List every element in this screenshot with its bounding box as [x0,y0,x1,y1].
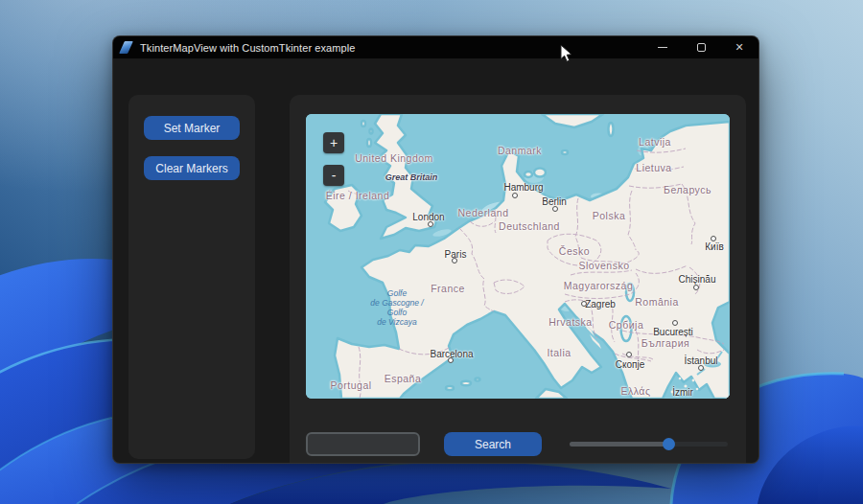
country-label: Portugal [330,379,371,391]
city-label: Hamburg [503,182,543,193]
city-label: Київ [705,241,724,252]
city-marker-icon [698,365,704,371]
city-label: Zagreb [585,299,616,309]
window-body: Set Marker Clear Markers [113,58,758,464]
country-label: United Kingdom [355,152,433,164]
close-button[interactable]: ✕ [720,36,758,58]
maximize-button[interactable] [682,36,720,58]
clear-markers-button[interactable]: Clear Markers [144,156,240,180]
city-marker-icon [552,206,558,212]
city-marker-icon [428,221,433,227]
zoom-slider[interactable] [570,432,728,456]
map-labels: United KingdomÉire / IrelandDanmarkNeder… [306,114,730,399]
city-marker-icon [626,352,632,357]
country-label: Hrvatska [548,316,592,328]
country-label: Ελλάς [621,385,651,397]
city-label: İstanbul [684,355,717,366]
sidebar: Set Marker Clear Markers [128,95,255,459]
city-marker-icon [693,285,699,290]
city-label: Скопје [616,359,644,370]
set-marker-button[interactable]: Set Marker [144,116,240,140]
minimize-button[interactable] [643,36,682,58]
country-label: Polska [593,210,626,221]
main-panel: United KingdomÉire / IrelandDanmarkNeder… [290,95,746,464]
country-label: România [635,296,679,308]
country-label: Deutschland [499,220,560,232]
city-label: București [653,327,693,337]
slider-thumb[interactable] [663,438,675,450]
city-marker-icon [512,193,518,198]
city-marker-icon [448,357,454,363]
country-label: Magyarország [564,280,634,291]
country-label: Éire / Ireland [326,190,390,201]
city-marker-icon [672,320,678,326]
search-input[interactable] [306,432,420,456]
country-label: Беларусь [664,184,711,195]
close-icon: ✕ [735,42,743,53]
city-marker-icon [581,301,587,307]
country-label: Slovensko [579,260,630,271]
city-marker-icon [711,236,716,241]
country-label: Latvija [639,136,671,148]
city-label: Berlin [542,196,567,207]
window-title: TkinterMapView with CustomTkinter exampl… [140,42,356,54]
island-label: Great Britain [385,172,438,182]
search-button[interactable]: Search [444,432,542,456]
country-label: France [431,283,465,294]
city-label: Chișinău [679,274,716,285]
country-label: Česko [559,245,590,257]
country-label: Danmark [498,145,542,156]
country-label: Italia [547,347,571,358]
zoom-out-button[interactable]: - [323,165,344,186]
city-marker-icon [452,258,457,263]
desktop: TkinterMapView with CustomTkinter exampl… [0,0,863,504]
sea-label: Golfede Gascogne /Golfode Vizcaya [370,288,423,327]
map-view[interactable]: United KingdomÉire / IrelandDanmarkNeder… [306,114,730,399]
customtkinter-logo-icon [119,41,133,54]
slider-progress [570,442,669,447]
maximize-icon [697,43,706,52]
country-label: Lietuva [636,162,671,173]
country-label: Nederland [458,207,509,218]
country-label: Србија [609,319,643,331]
country-label: България [641,337,689,349]
city-label: London [412,212,444,222]
app-window: TkinterMapView with CustomTkinter exampl… [112,35,759,464]
minimize-icon [658,47,667,48]
country-label: España [385,373,422,384]
city-label: İzmir [672,387,693,398]
zoom-in-button[interactable]: + [323,132,344,153]
titlebar[interactable]: TkinterMapView with CustomTkinter exampl… [113,36,758,58]
